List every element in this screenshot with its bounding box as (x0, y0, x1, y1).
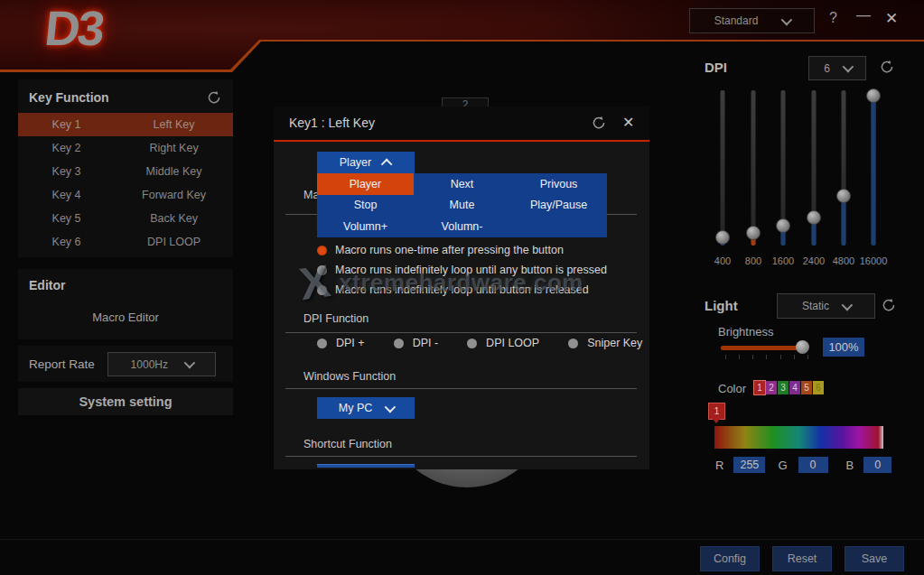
dpi-section-label: DPI Function (303, 312, 369, 325)
windows-function-dropdown[interactable]: My PC (317, 397, 415, 419)
slider-knob[interactable] (715, 230, 730, 245)
radio-icon[interactable] (394, 339, 404, 348)
sidebar-item-key4[interactable]: Key 4 Forward Key (18, 183, 233, 207)
dialog-accent-line (274, 140, 649, 142)
menu-item-mute[interactable]: Mute (414, 195, 510, 217)
key-func: Back Key (115, 212, 233, 225)
key-func: Right Key (115, 142, 233, 154)
chevron-up-icon (381, 158, 393, 170)
key-name: Key 6 (18, 236, 115, 248)
windows-function-value: My PC (339, 402, 373, 414)
divider (285, 456, 637, 457)
light-title: Light (705, 298, 738, 313)
menu-item-privous[interactable]: Privous (510, 173, 607, 195)
menu-item-playpause[interactable]: Play/Pause (510, 195, 607, 217)
sidebar-item-key3[interactable]: Key 3 Middle Key (18, 160, 233, 183)
footer-divider (0, 539, 924, 540)
r-label: R (715, 459, 723, 472)
color-swatch-1[interactable]: 1 (754, 381, 765, 394)
slider-track[interactable] (751, 90, 756, 246)
dialog-close-button[interactable]: ✕ (622, 114, 634, 131)
macro-option-one-time[interactable]: Macro runs one-time after pressing the b… (317, 244, 564, 256)
slider-track[interactable] (721, 90, 725, 246)
divider (285, 332, 637, 333)
refresh-icon[interactable] (591, 115, 607, 131)
slider-knob[interactable] (746, 226, 761, 240)
sidebar-item-key2[interactable]: Key 2 Right Key (18, 136, 233, 160)
chevron-down-icon (184, 357, 196, 369)
report-rate-section: Report Rate 1000Hz (18, 346, 233, 382)
dpi-slider-16000: 16000 (854, 52, 893, 280)
brightness-ticks (725, 355, 808, 359)
minimize-button[interactable]: — (856, 7, 871, 23)
color-label: Color (718, 382, 746, 395)
slider-label: 16000 (854, 255, 893, 266)
app-logo: D3 (42, 0, 106, 56)
media-dropdown-menu: Player Next Privous Stop Mute Play/Pause… (317, 173, 607, 237)
key-func: Forward Key (115, 189, 233, 201)
divider (285, 388, 637, 389)
radio-label: Sniper Key (587, 337, 642, 349)
editor-title: Editor (18, 269, 233, 292)
color-swatch-3[interactable]: 3 (778, 381, 789, 394)
g-label: G (778, 459, 787, 472)
menu-item-volumn-plus[interactable]: Volumn+ (317, 216, 414, 237)
windows-section-label: Windows Function (303, 370, 396, 383)
refresh-icon[interactable] (881, 297, 897, 313)
key-name: Key 1 (18, 118, 115, 131)
rgb-values: R 255 G 0 B 0 (715, 457, 891, 473)
radio-label: DPI LOOP (486, 337, 539, 349)
radio-icon[interactable] (568, 339, 578, 348)
menu-item-next[interactable]: Next (414, 173, 510, 195)
slider-knob[interactable] (776, 218, 790, 233)
save-button[interactable]: Save (845, 546, 904, 571)
hue-gradient-bar[interactable] (714, 426, 883, 449)
color-swatches: 1 2 3 4 5 6 (754, 381, 824, 394)
radio-icon[interactable] (467, 339, 477, 348)
dpi-function-options: DPI + DPI - DPI LOOP Sniper Key (317, 337, 642, 349)
color-swatch-4[interactable]: 4 (789, 381, 800, 394)
menu-item-stop[interactable]: Stop (317, 195, 414, 217)
report-rate-select[interactable]: 1000Hz (107, 352, 216, 376)
radio-icon[interactable] (317, 285, 327, 295)
slider-knob[interactable] (836, 189, 851, 203)
macro-editor-link[interactable]: Macro Editor (18, 292, 233, 324)
menu-item-volumn-minus[interactable]: Volumn- (414, 216, 510, 237)
sidebar-item-key5[interactable]: Key 5 Back Key (18, 207, 233, 230)
radio-label: DPI - (413, 337, 438, 349)
reset-button[interactable]: Reset (772, 546, 832, 571)
color-swatch-5[interactable]: 5 (801, 381, 812, 394)
macro-option-loop-released[interactable]: Macro runs indefinitely loop until butto… (317, 283, 589, 296)
config-button[interactable]: Config (700, 546, 760, 571)
radio-icon[interactable] (317, 339, 327, 348)
help-button[interactable]: ? (829, 10, 837, 26)
radio-label: Macro runs indefinitely loop until butto… (335, 283, 589, 296)
light-mode-select[interactable]: Static (777, 293, 875, 319)
media-dropdown-button[interactable]: Player (317, 152, 415, 173)
hue-marker-pin[interactable]: 1 (708, 403, 725, 420)
slider-knob[interactable] (807, 210, 821, 225)
slider-fill (872, 95, 876, 246)
chevron-down-icon (781, 14, 793, 25)
chevron-down-icon (385, 401, 397, 413)
app-window: D3 Standard ? — ✕ Key Function Key 1 Lef… (0, 0, 924, 575)
slider-knob[interactable] (866, 88, 881, 103)
menu-item-player[interactable]: Player (317, 173, 414, 195)
close-button[interactable]: ✕ (885, 9, 898, 28)
sidebar-item-key6[interactable]: Key 6 DPI LOOP (18, 230, 233, 254)
radio-icon[interactable] (317, 265, 327, 275)
light-mode-value: Static (802, 300, 829, 312)
refresh-icon[interactable] (206, 89, 222, 106)
radio-selected-icon[interactable] (317, 246, 327, 255)
brightness-slider-knob[interactable] (796, 340, 809, 354)
macro-option-loop-any-button[interactable]: Macro runs indefinitely loop until any b… (317, 264, 607, 276)
sidebar-item-key1[interactable]: Key 1 Left Key (18, 113, 233, 136)
light-panel: Light Static Brightness 100% Color 1 2 3… (691, 289, 919, 487)
editor-section: Editor Macro Editor (18, 269, 233, 339)
shortcut-dropdown-clipped[interactable] (317, 464, 415, 468)
system-setting-button[interactable]: System setting (18, 388, 233, 415)
color-swatch-6[interactable]: 6 (813, 381, 824, 394)
profile-selector[interactable]: Standard (689, 8, 815, 33)
color-swatch-2[interactable]: 2 (766, 381, 777, 394)
report-rate-value: 1000Hz (131, 358, 168, 371)
